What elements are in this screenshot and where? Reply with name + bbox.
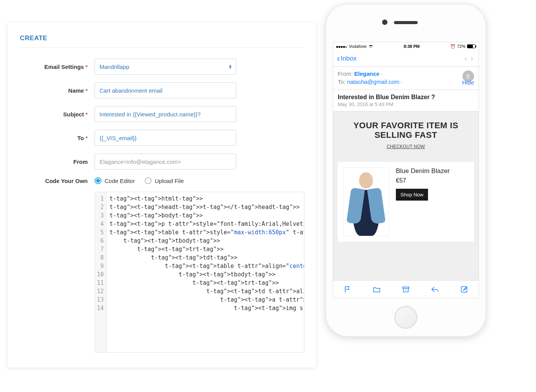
home-button[interactable] [394, 306, 417, 329]
label-from: From [20, 158, 95, 165]
battery-icon [467, 44, 476, 48]
mail-subject-block: Interested in Blue Denim Blazer ? May 30… [333, 90, 479, 111]
compose-icon[interactable] [460, 285, 468, 294]
chevron-icon: › [381, 70, 382, 77]
code-editor[interactable]: 1234567891011121314 t-tag"><t-tag">htmlt… [95, 192, 304, 353]
radio-icon [145, 177, 152, 184]
code-content: t-tag"><t-tag">htmlt-tag">> t-tag"><t-ta… [106, 192, 304, 352]
checkout-link[interactable]: CHECKOUT NOW [387, 144, 425, 149]
phone-mockup: Vodafone 8:38 PM ⏰ 72% ‹ Inbox ‹ › E Fro… [325, 4, 486, 337]
email-settings-select[interactable]: Mandrillapp ▲▼ [95, 59, 236, 75]
label-name: Name* [20, 87, 95, 94]
hero-headline: YOUR FAVORITE ITEM ISSELLING FAST [340, 121, 472, 140]
svg-rect-0 [403, 287, 409, 288]
signal-icon [336, 44, 347, 49]
page-title: CREATE [20, 34, 304, 48]
back-inbox-link[interactable]: Inbox [341, 55, 357, 62]
product-price: €57 [396, 177, 450, 184]
camera-dot [382, 20, 387, 25]
create-email-form: CREATE Email Settings* Mandrillapp ▲▼ Na… [8, 23, 316, 368]
reply-icon[interactable] [431, 285, 439, 294]
alarm-icon: ⏰ [450, 44, 456, 49]
back-chevron-icon[interactable]: ‹ [337, 53, 340, 64]
chevron-icon: › [400, 78, 402, 85]
shop-now-button[interactable]: Shop Now [396, 189, 428, 201]
hero-banner: YOUR FAVORITE ITEM ISSELLING FAST CHECKO… [333, 111, 479, 157]
line-gutter: 1234567891011121314 [95, 192, 106, 352]
label-email-settings: Email Settings* [20, 64, 95, 70]
mail-toolbar [333, 280, 479, 298]
label-code-your-own: Code Your Own [20, 178, 95, 184]
radio-upload-file[interactable]: Upload File [145, 177, 184, 184]
mail-subject: Interested in Blue Denim Blazer ? [338, 94, 474, 101]
mail-nav-bar: ‹ Inbox ‹ › [333, 51, 479, 67]
select-arrows-icon: ▲▼ [229, 64, 232, 69]
status-time: 8:38 PM [404, 44, 420, 49]
mail-date: May 30, 2016 at 5:43 PM [338, 101, 474, 107]
radio-code-editor[interactable]: Code Editor [95, 177, 135, 184]
label-to: To* [20, 135, 95, 141]
mail-header: E From: Elegance› To: natasha@gmail.com›… [333, 67, 479, 90]
wifi-icon [368, 44, 373, 48]
hide-button[interactable]: Hide [462, 79, 474, 86]
radio-icon [95, 177, 101, 184]
product-card: Blue Denim Blazer €57 Shop Now [338, 162, 474, 242]
carrier-label: Vodafone [349, 44, 367, 49]
to-value[interactable]: natasha@gmail.com [347, 78, 399, 85]
to-input[interactable]: {{_VIS_email}} [95, 130, 236, 146]
next-message-icon[interactable]: › [469, 54, 475, 64]
flag-icon[interactable] [343, 285, 352, 294]
phone-screen: Vodafone 8:38 PM ⏰ 72% ‹ Inbox ‹ › E Fro… [333, 42, 479, 298]
name-input[interactable]: Cart abandonment email [95, 82, 236, 98]
from-input[interactable]: Elagance<info@elagance.com> [95, 154, 236, 170]
archive-icon[interactable] [402, 285, 410, 294]
subject-input[interactable]: Interested in {{Viewed_product.name}}? [95, 106, 236, 122]
from-value[interactable]: Elegance [354, 70, 379, 77]
product-image [343, 167, 389, 236]
battery-pct: 72% [457, 44, 466, 49]
status-bar: Vodafone 8:38 PM ⏰ 72% [333, 42, 479, 51]
mail-body: YOUR FAVORITE ITEM ISSELLING FAST CHECKO… [333, 111, 479, 280]
speaker-slot [394, 21, 418, 24]
folder-icon[interactable] [373, 285, 381, 294]
product-name: Blue Denim Blazer [396, 167, 450, 175]
prev-message-icon[interactable]: ‹ [463, 54, 469, 64]
label-subject: Subject* [20, 111, 95, 118]
